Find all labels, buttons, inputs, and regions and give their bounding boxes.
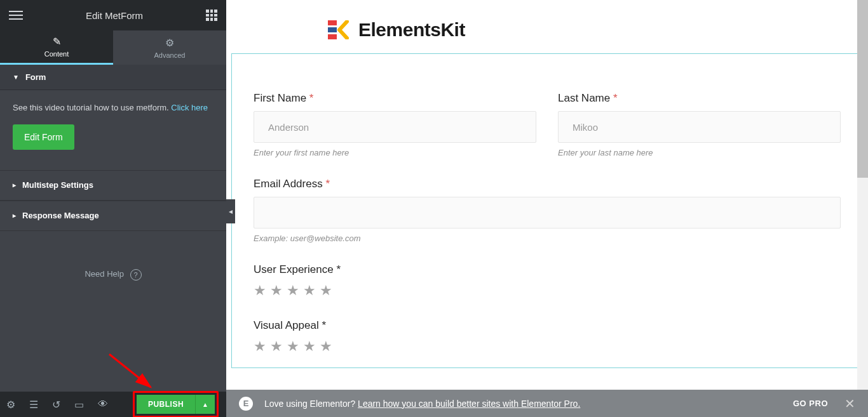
history-icon[interactable]: ↺	[52, 399, 60, 411]
svg-rect-2	[328, 27, 337, 32]
form-row: First Name * Enter your first name here …	[254, 92, 841, 157]
section-response-label: Response Message	[22, 211, 99, 220]
star-icon[interactable]: ★	[303, 338, 316, 355]
widgets-grid-icon[interactable]	[206, 10, 217, 21]
publish-highlight: PUBLISH ▲	[133, 391, 219, 417]
required-asterisk: *	[613, 92, 618, 104]
visual-field: Visual Appeal * ★ ★ ★ ★ ★	[254, 319, 841, 355]
tab-advanced[interactable]: ⚙ Advanced	[113, 30, 226, 65]
last-name-input[interactable]	[558, 111, 841, 143]
last-name-field: Last Name * Enter your last name here	[558, 92, 841, 157]
required-asterisk: *	[309, 92, 314, 104]
go-pro-button[interactable]: GO PRO	[793, 399, 828, 408]
form-panel-body: See this video tutorial how to use metfo…	[0, 90, 226, 164]
elementor-badge-icon: E	[239, 397, 253, 411]
section-form-header[interactable]: ▼ Form	[0, 65, 226, 90]
sidebar-footer: ⚙ ☰ ↺ ▭ 👁 PUBLISH ▲	[0, 392, 226, 417]
scrollbar[interactable]	[857, 0, 868, 390]
pencil-icon: ✎	[53, 36, 61, 48]
visual-label: Visual Appeal *	[254, 319, 841, 332]
email-input[interactable]	[254, 197, 841, 228]
logo-text: ElementsKit	[358, 19, 465, 41]
tab-content[interactable]: ✎ Content	[0, 30, 113, 65]
email-helper: Example: user@website.com	[254, 234, 841, 243]
sidebar-header: Edit MetForm	[0, 0, 226, 30]
tab-content-label: Content	[44, 50, 69, 58]
promo-text: Love using Elementor? Learn how you can …	[264, 399, 580, 409]
promo-bar: E Love using Elementor? Learn how you ca…	[226, 390, 868, 417]
star-icon[interactable]: ★	[254, 282, 266, 299]
star-icon[interactable]: ★	[254, 338, 266, 355]
last-name-helper: Enter your last name here	[558, 148, 841, 157]
gear-icon: ⚙	[165, 37, 174, 49]
canvas: ElementsKit First Name * Enter your firs…	[226, 0, 868, 390]
star-icon[interactable]: ★	[270, 338, 283, 355]
star-icon[interactable]: ★	[270, 282, 283, 299]
first-name-helper: Enter your first name here	[254, 148, 536, 157]
required-asterisk: *	[325, 178, 330, 190]
ux-label: User Experience *	[254, 263, 841, 276]
help-icon: ?	[130, 269, 142, 281]
section-form-label: Form	[25, 72, 46, 82]
logo-icon	[328, 20, 349, 39]
scroll-thumb[interactable]	[857, 0, 868, 178]
svg-rect-1	[328, 20, 337, 25]
navigator-icon[interactable]: ☰	[29, 399, 38, 411]
caret-right-icon: ▸	[13, 182, 16, 189]
star-icon[interactable]: ★	[287, 338, 299, 355]
first-name-label: First Name *	[254, 92, 536, 105]
responsive-icon[interactable]: ▭	[74, 399, 84, 411]
close-icon[interactable]: ✕	[844, 396, 855, 411]
form-section[interactable]: First Name * Enter your first name here …	[231, 53, 863, 368]
settings-icon[interactable]: ⚙	[6, 399, 15, 411]
collapse-sidebar-tab[interactable]: ◂	[226, 199, 235, 223]
last-name-label: Last Name *	[558, 92, 841, 105]
panel-tabs: ✎ Content ⚙ Advanced	[0, 30, 226, 65]
section-multistep-label: Multistep Settings	[22, 180, 93, 190]
first-name-field: First Name * Enter your first name here	[254, 92, 536, 157]
email-label: Email Address *	[254, 178, 841, 190]
star-icon[interactable]: ★	[303, 282, 316, 299]
need-help[interactable]: Need Help ?	[0, 231, 226, 319]
svg-rect-3	[328, 34, 337, 39]
publish-button[interactable]: PUBLISH	[137, 395, 195, 414]
edit-form-button[interactable]: Edit Form	[13, 124, 74, 150]
visual-stars: ★ ★ ★ ★ ★	[254, 338, 841, 355]
star-icon[interactable]: ★	[320, 338, 332, 355]
ux-field: User Experience * ★ ★ ★ ★ ★	[254, 263, 841, 299]
email-field: Email Address * Example: user@website.co…	[254, 178, 841, 243]
publish-dropdown[interactable]: ▲	[195, 395, 215, 414]
first-name-input[interactable]	[254, 111, 536, 143]
section-multistep[interactable]: ▸ Multistep Settings	[0, 170, 226, 201]
ux-stars: ★ ★ ★ ★ ★	[254, 282, 841, 299]
elementskit-logo: ElementsKit	[328, 19, 868, 41]
star-icon[interactable]: ★	[320, 282, 332, 299]
logo-area: ElementsKit	[226, 0, 868, 53]
section-response[interactable]: ▸ Response Message	[0, 201, 226, 231]
need-help-label: Need Help	[85, 269, 123, 279]
sidebar: Edit MetForm ✎ Content ⚙ Advanced ▼ Form…	[0, 0, 226, 417]
preview-icon[interactable]: 👁	[98, 399, 108, 410]
tutorial-text: See this video tutorial how to use metfo…	[13, 103, 171, 112]
tutorial-link[interactable]: Click here	[171, 103, 208, 112]
star-icon[interactable]: ★	[287, 282, 299, 299]
caret-down-icon: ▼	[13, 74, 19, 81]
caret-right-icon: ▸	[13, 212, 16, 219]
promo-link[interactable]: Learn how you can build better sites wit…	[358, 399, 580, 409]
panel-title: Edit MetForm	[86, 10, 143, 21]
menu-icon[interactable]	[9, 11, 23, 20]
tab-advanced-label: Advanced	[154, 51, 186, 59]
